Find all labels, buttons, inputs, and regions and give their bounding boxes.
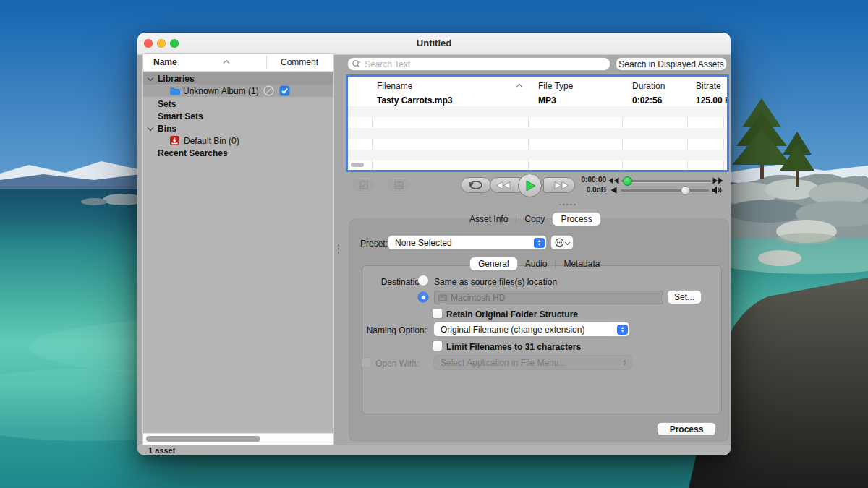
- naming-option-popup[interactable]: Original Filename (change extension) ▲▼: [434, 322, 629, 336]
- image-icon: [394, 181, 404, 189]
- horizontal-splitter-handle[interactable]: [558, 203, 577, 206]
- tab-metadata[interactable]: Metadata: [556, 257, 608, 270]
- chevron-down-icon: [565, 240, 570, 245]
- position-slider-knob[interactable]: [623, 176, 632, 186]
- same-location-option-label[interactable]: Same as source files(s) location: [434, 277, 557, 287]
- limit-filenames-label[interactable]: Limit Filenames to 31 characters: [446, 342, 581, 352]
- hard-drive-icon: [438, 294, 447, 301]
- cell-duration: 0:02:56: [632, 95, 683, 106]
- sort-ascending-icon: [516, 84, 522, 90]
- preset-value: None Selected: [395, 238, 452, 248]
- sidebar: Name Comment Libraries Unknown Album (1): [143, 54, 333, 445]
- disclosure-chevron-icon[interactable]: [148, 124, 153, 130]
- tab-audio[interactable]: Audio: [517, 257, 556, 270]
- retain-folder-structure-label[interactable]: Retain Original Folder Structure: [446, 309, 578, 320]
- loop-button[interactable]: [461, 177, 491, 193]
- radio-same-location[interactable]: [418, 275, 428, 286]
- empty-row[interactable]: [348, 128, 727, 139]
- playback-time-label: 0:00:00: [563, 176, 606, 184]
- volume-up-speaker-icon[interactable]: [712, 186, 723, 194]
- preset-action-button[interactable]: [551, 236, 573, 249]
- rewind-icon: [496, 181, 511, 189]
- bitrate-column-header[interactable]: Bitrate: [696, 81, 721, 91]
- sidebar-item-label: Bins: [158, 124, 176, 134]
- preset-label: Preset:: [360, 239, 388, 249]
- column-divider[interactable]: [266, 56, 267, 69]
- checkmark-box-icon: [359, 181, 368, 189]
- sidebar-item-sets[interactable]: Sets: [143, 98, 333, 110]
- table-scrollbar-thumb[interactable]: [351, 163, 364, 167]
- set-destination-button[interactable]: Set...: [668, 291, 701, 304]
- open-with-checkbox: [362, 358, 371, 367]
- disclosure-chevron-icon[interactable]: [148, 74, 153, 80]
- sidebar-column-header: Name Comment: [143, 54, 333, 72]
- destination-path-value: Macintosh HD: [451, 293, 505, 303]
- mark-assets-button: [351, 178, 377, 192]
- export-image-button: [386, 178, 412, 192]
- sidebar-item-recent-searches[interactable]: Recent Searches: [143, 147, 333, 159]
- search-displayed-assets-button[interactable]: Search in Displayed Assets: [616, 58, 726, 70]
- process-button[interactable]: Process: [658, 423, 715, 435]
- duration-column-header[interactable]: Duration: [632, 81, 665, 91]
- filename-column-header[interactable]: Filename: [377, 81, 412, 91]
- sort-ascending-icon: [224, 60, 229, 66]
- retain-folder-structure-checkbox[interactable]: [433, 309, 442, 318]
- table-header-row: Filename File Type Duration Bitrate: [348, 77, 727, 95]
- sidebar-item-libraries[interactable]: Libraries: [143, 72, 333, 85]
- sidebar-item-unknown-album[interactable]: Unknown Album (1): [143, 85, 333, 97]
- app-window: Untitled Name Comment Libraries Unknown …: [137, 33, 731, 455]
- tab-copy[interactable]: Copy: [516, 213, 553, 226]
- name-column-header[interactable]: Name: [153, 57, 177, 67]
- open-with-label: Open With:: [375, 359, 419, 369]
- radio-custom-destination[interactable]: [418, 292, 428, 302]
- sidebar-item-default-bin[interactable]: Default Bin (0): [143, 134, 333, 147]
- popup-stepper-icon: ▲▼: [617, 325, 628, 335]
- cell-filename: Tasty Carrots.mp3: [377, 95, 522, 106]
- vertical-splitter-handle[interactable]: [337, 244, 340, 255]
- sidebar-horizontal-scrollbar[interactable]: [143, 433, 333, 445]
- loop-icon: [468, 180, 484, 190]
- sidebar-item-label: Default Bin (0): [184, 136, 239, 146]
- empty-row[interactable]: [348, 150, 727, 160]
- cell-bitrate: 125.00 K: [696, 95, 728, 106]
- sidebar-item-smart-sets[interactable]: Smart Sets: [143, 110, 333, 122]
- skip-forward-icon[interactable]: [712, 177, 723, 184]
- enabled-checkbox-checked[interactable]: [279, 85, 290, 96]
- volume-slider-track[interactable]: [621, 189, 709, 192]
- destination-path-field[interactable]: Macintosh HD: [434, 291, 663, 304]
- volume-down-icon[interactable]: [610, 187, 617, 194]
- preset-popup[interactable]: None Selected ▲▼: [388, 236, 546, 249]
- play-button[interactable]: [518, 174, 542, 197]
- comment-column-header[interactable]: Comment: [281, 57, 318, 67]
- title-bar[interactable]: Untitled: [137, 33, 731, 55]
- tab-asset-info[interactable]: Asset Info: [461, 213, 516, 226]
- gain-label: 0.0dB: [563, 186, 606, 194]
- status-circle-icon[interactable]: [263, 85, 274, 96]
- asset-table: Filename File Type Duration Bitrate Tast…: [346, 74, 729, 172]
- sidebar-item-bins[interactable]: Bins: [143, 122, 333, 134]
- circle-ellipsis-icon: [555, 238, 564, 247]
- table-row[interactable]: Tasty Carrots.mp3 MP3 0:02:56 125.00 K: [348, 95, 727, 106]
- sub-tab-bar: General Audio Metadata: [470, 257, 608, 270]
- empty-row[interactable]: [348, 106, 727, 117]
- status-bar: 1 asset: [137, 445, 731, 455]
- scrollbar-thumb[interactable]: [146, 436, 260, 442]
- main-tab-bar: Asset Info Copy Process: [461, 213, 600, 226]
- sidebar-item-label: Unknown Album (1): [183, 86, 259, 96]
- folder-icon: [169, 87, 180, 95]
- search-icon: [352, 59, 363, 69]
- search-input[interactable]: [363, 59, 610, 70]
- skip-back-icon[interactable]: [608, 177, 619, 184]
- tab-general[interactable]: General: [470, 257, 517, 270]
- open-with-popup: Select Application in File Menu... ▲▼: [434, 356, 631, 369]
- sidebar-item-label: Libraries: [158, 74, 195, 84]
- tab-process[interactable]: Process: [553, 213, 600, 226]
- filetype-column-header[interactable]: File Type: [538, 81, 573, 91]
- search-field[interactable]: [348, 58, 610, 70]
- window-title: Untitled: [137, 38, 731, 48]
- limit-filenames-checkbox[interactable]: [433, 341, 442, 351]
- rewind-button[interactable]: [490, 177, 522, 193]
- popup-stepper-icon: ▲▼: [619, 358, 630, 368]
- volume-slider-knob[interactable]: [681, 186, 690, 195]
- position-slider-track[interactable]: [621, 180, 711, 182]
